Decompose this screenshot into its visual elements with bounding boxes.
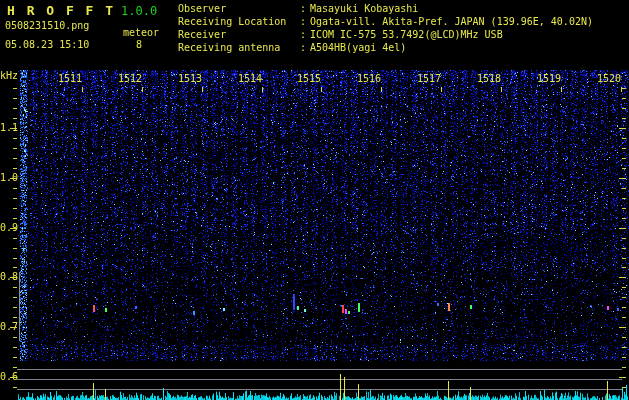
time-label: 1514 [238,73,262,84]
freq-axis-unit: kHz [0,70,18,81]
freq-label: 0.7 [0,321,18,332]
colon-separator: : [300,15,310,28]
colon-separator: : [300,41,310,54]
station-row-receiver: Receiver:ICOM IC-575 53.7492(@LCD)MHz US… [178,28,593,41]
freq-label: 1.1 [0,122,18,133]
colon-separator: : [300,2,310,15]
colon-separator: : [300,28,310,41]
freq-label: 0.6 [0,371,18,382]
station-label: Receiving antenna [178,41,300,54]
freq-label: 0.9 [0,222,18,233]
time-label: 1512 [118,73,142,84]
time-label: 1513 [178,73,202,84]
station-row-observer: Observer:Masayuki Kobayashi [178,2,593,15]
station-row-antenna: Receiving antenna:A504HB(yagi 4el) [178,41,593,54]
station-info: Observer:Masayuki Kobayashi Receiving Lo… [178,2,593,54]
time-label: 1519 [537,73,561,84]
time-label: 1520 [597,73,621,84]
time-label: 1511 [58,73,82,84]
app-version: 1.0.0 [121,4,157,18]
spectrogram-canvas [0,0,629,400]
output-filename: 0508231510.png [5,20,89,31]
station-value: Masayuki Kobayashi [310,3,418,14]
time-label: 1516 [357,73,381,84]
time-label: 1518 [477,73,501,84]
station-value: ICOM IC-575 53.7492(@LCD)MHz USB [310,29,503,40]
datetime-label: 05.08.23 15:10 [5,39,89,50]
station-value: A504HB(yagi 4el) [310,42,406,53]
station-label: Receiver [178,28,300,41]
station-row-location: Receiving Location:Ogata-vill. Akita-Pre… [178,15,593,28]
observation-mode-label: meteor [123,27,159,38]
freq-label: 0.8 [0,271,18,282]
station-label: Observer [178,2,300,15]
freq-label: 1.0 [0,172,18,183]
time-label: 1515 [297,73,321,84]
time-label: 1517 [417,73,441,84]
station-label: Receiving Location [178,15,300,28]
hrofft-screen: H R O F F T 1.0.0 0508231510.png meteor … [0,0,629,400]
station-value: Ogata-vill. Akita-Pref. JAPAN (139.96E, … [310,16,593,27]
meteor-count: 8 [136,39,142,50]
app-title: H R O F F T [7,3,115,18]
